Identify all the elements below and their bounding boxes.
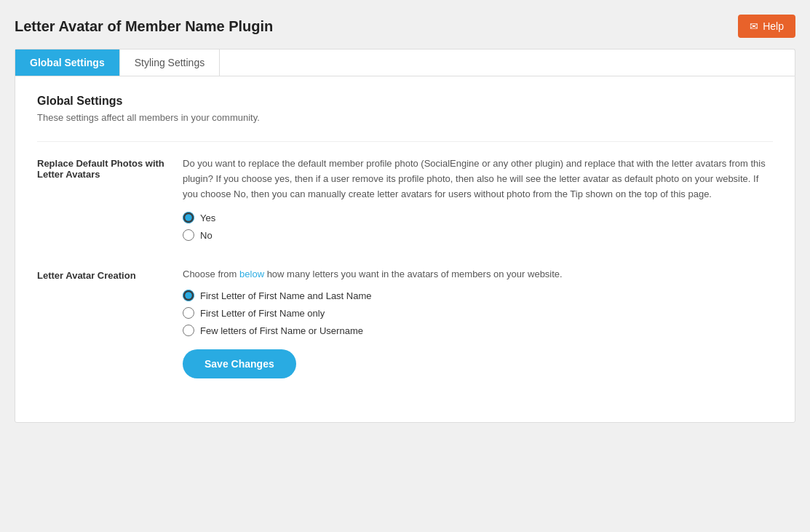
page-title: Letter Avatar of Member Name Plugin: [15, 18, 273, 35]
below-highlight: below: [239, 269, 264, 279]
help-button[interactable]: ✉ Help: [738, 15, 795, 38]
letter-avatar-creation-content: Choose from below how many letters you w…: [183, 269, 773, 378]
creation-first-last-label: First Letter of First Name and Last Name: [200, 290, 372, 301]
tab-styling-settings[interactable]: Styling Settings: [120, 49, 221, 76]
replace-photos-description: Do you want to replace the default membe…: [183, 156, 773, 202]
content-box: Global Settings These settings affect al…: [15, 76, 795, 423]
creation-first-last-option[interactable]: First Letter of First Name and Last Name: [183, 290, 773, 301]
page-wrapper: Letter Avatar of Member Name Plugin ✉ He…: [0, 0, 810, 532]
replace-photos-yes-option[interactable]: Yes: [183, 212, 773, 223]
creation-first-only-label: First Letter of First Name only: [200, 308, 325, 319]
creation-first-only-option[interactable]: First Letter of First Name only: [183, 307, 773, 319]
creation-few-letters-option[interactable]: Few letters of First Name or Username: [183, 325, 773, 336]
creation-few-letters-radio[interactable]: [183, 325, 194, 336]
header-bar: Letter Avatar of Member Name Plugin ✉ He…: [15, 15, 795, 38]
help-button-label: Help: [763, 20, 784, 32]
replace-photos-row: Replace Default Photos with Letter Avata…: [37, 156, 773, 247]
letter-avatar-creation-row: Letter Avatar Creation Choose from below…: [37, 269, 773, 378]
replace-photos-yes-radio[interactable]: [183, 212, 194, 223]
letter-creation-description: Choose from below how many letters you w…: [183, 269, 773, 279]
replace-photos-no-label: No: [200, 230, 213, 241]
replace-photos-no-radio[interactable]: [183, 229, 194, 241]
creation-few-letters-label: Few letters of First Name or Username: [200, 325, 363, 336]
envelope-icon: ✉: [750, 20, 758, 32]
section-title: Global Settings: [37, 95, 773, 108]
creation-first-only-radio[interactable]: [183, 307, 194, 319]
creation-first-last-radio[interactable]: [183, 290, 194, 301]
replace-photos-label: Replace Default Photos with Letter Avata…: [37, 156, 183, 247]
section-description: These settings affect all members in you…: [37, 112, 773, 123]
divider: [37, 141, 773, 142]
tabs-bar: Global Settings Styling Settings: [15, 49, 795, 76]
tab-global-settings[interactable]: Global Settings: [15, 49, 120, 76]
replace-photos-yes-label: Yes: [200, 213, 215, 223]
letter-avatar-creation-label: Letter Avatar Creation: [37, 269, 183, 378]
replace-photos-no-option[interactable]: No: [183, 229, 773, 241]
replace-photos-content: Do you want to replace the default membe…: [183, 156, 773, 247]
save-changes-button[interactable]: Save Changes: [183, 349, 296, 378]
